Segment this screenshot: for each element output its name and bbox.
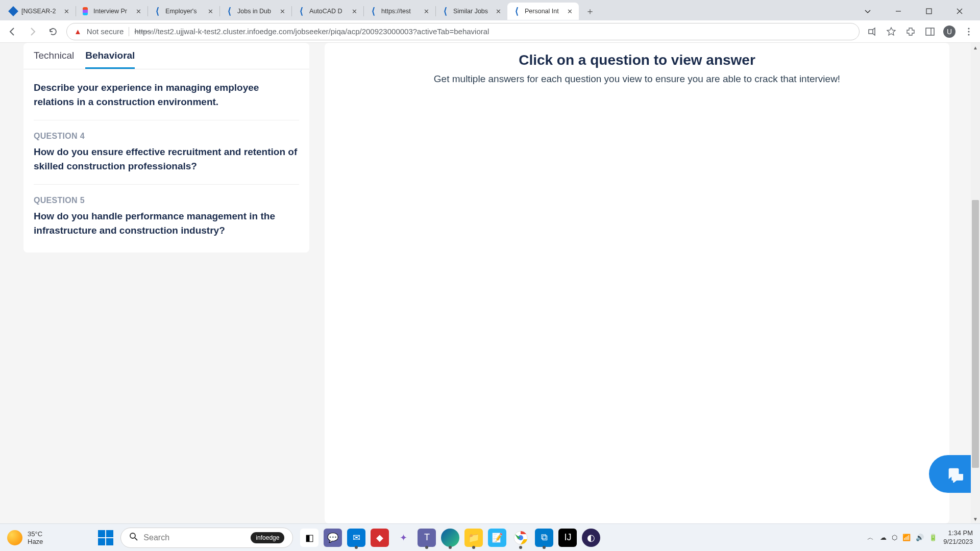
question-text: How do you ensure effective recruitment …	[34, 145, 299, 173]
chat-icon	[946, 465, 963, 483]
browser-tab-active[interactable]: ⟨ Personal Int ✕	[507, 3, 579, 20]
tab-strip: [NGSEAR-2 ✕ Interview Pr ✕ ⟨ Employer's …	[0, 0, 980, 20]
outlook-icon[interactable]: ✉	[347, 529, 365, 547]
site-icon: ⟨	[153, 7, 161, 15]
tray-app-icon[interactable]: ⬡	[892, 534, 897, 541]
explorer-icon[interactable]: 📁	[464, 529, 483, 547]
svg-point-6	[968, 34, 969, 35]
scroll-up-icon[interactable]: ▲	[971, 43, 980, 52]
chrome-icon[interactable]	[511, 529, 530, 547]
close-icon[interactable]: ✕	[206, 7, 214, 15]
url-text: https://test2.ujjwal-k-test2.cluster.inf…	[134, 27, 489, 36]
tab-title: [NGSEAR-2	[21, 8, 58, 15]
svg-point-7	[130, 533, 135, 538]
search-suffix-badge: infoedge	[251, 532, 284, 543]
close-icon[interactable]: ✕	[566, 7, 574, 15]
profile-avatar[interactable]: U	[943, 26, 955, 38]
sidepanel-icon[interactable]	[924, 26, 936, 38]
browser-tab[interactable]: [NGSEAR-2 ✕	[4, 3, 76, 20]
minimize-icon[interactable]	[888, 4, 909, 19]
svg-point-5	[968, 31, 969, 32]
close-icon[interactable]: ✕	[278, 7, 286, 15]
share-icon[interactable]	[866, 26, 878, 38]
browser-tab[interactable]: ⟨ AutoCAD D ✕	[292, 3, 363, 20]
menu-icon[interactable]	[963, 26, 975, 38]
weather-temp: 35°C	[28, 530, 43, 538]
vertical-scrollbar[interactable]: ▲ ▼	[971, 43, 980, 523]
window-close-icon[interactable]	[949, 4, 970, 19]
app-icon[interactable]: ◆	[371, 529, 389, 547]
notepad-icon[interactable]: 📝	[488, 529, 506, 547]
browser-tab[interactable]: Interview Pr ✕	[76, 3, 148, 20]
site-icon: ⟨	[369, 7, 377, 15]
question-item[interactable]: QUESTION 5 How do you handle performance…	[34, 185, 299, 253]
tab-title: Interview Pr	[93, 8, 130, 15]
wifi-icon[interactable]: 📶	[902, 534, 911, 541]
date-text: 9/21/2023	[943, 538, 973, 546]
tab-title: AutoCAD D	[309, 8, 346, 15]
separator	[129, 27, 129, 36]
extensions-icon[interactable]	[904, 26, 917, 38]
scroll-down-icon[interactable]: ▼	[971, 514, 980, 523]
bookmark-icon[interactable]	[885, 26, 897, 38]
weather-cond: Haze	[28, 538, 43, 545]
search-icon	[129, 532, 138, 543]
svg-line-8	[135, 538, 137, 540]
volume-icon[interactable]: 🔊	[916, 534, 924, 541]
close-icon[interactable]: ✕	[134, 7, 142, 15]
scroll-track[interactable]	[971, 52, 980, 514]
intellij-icon[interactable]: IJ	[558, 529, 577, 547]
question-text: How do you handle performance management…	[34, 209, 299, 237]
address-bar[interactable]: ▲ Not secure https://test2.ujjwal-k-test…	[66, 23, 860, 40]
question-panel: Technical Behavioral Describe your exper…	[23, 43, 309, 253]
time-text: 1:34 PM	[943, 529, 973, 537]
close-icon[interactable]: ✕	[62, 7, 70, 15]
weather-widget[interactable]: 35°C Haze	[7, 530, 43, 545]
svg-rect-1	[926, 9, 932, 14]
close-icon[interactable]: ✕	[494, 7, 502, 15]
chevron-up-icon[interactable]: ︿	[867, 533, 874, 542]
question-item[interactable]: QUESTION 4 How do you ensure effective r…	[34, 120, 299, 185]
onedrive-icon[interactable]: ☁	[880, 534, 887, 541]
chat-app-icon[interactable]: 💬	[324, 529, 342, 547]
question-label: QUESTION 5	[34, 196, 299, 205]
taskview-icon[interactable]: ◧	[300, 529, 318, 547]
tab-behavioral[interactable]: Behavioral	[85, 50, 135, 69]
battery-icon[interactable]: 🔋	[929, 534, 937, 541]
browser-tab[interactable]: ⟨ Jobs in Dub ✕	[220, 3, 291, 20]
tab-technical[interactable]: Technical	[34, 50, 74, 69]
reload-button[interactable]	[46, 24, 60, 39]
app-icon[interactable]: ✦	[394, 529, 412, 547]
close-icon[interactable]: ✕	[350, 7, 358, 15]
eclipse-icon[interactable]: ◐	[582, 529, 600, 547]
answer-panel: Click on a question to view answer Get m…	[325, 43, 949, 523]
vscode-icon[interactable]: ⧉	[535, 529, 553, 547]
tab-search-icon[interactable]	[857, 4, 878, 19]
security-status: Not secure	[87, 27, 124, 36]
browser-tab[interactable]: ⟨ Employer's ✕	[148, 3, 219, 20]
taskbar-search[interactable]: infoedge	[120, 528, 293, 548]
start-button[interactable]	[98, 530, 113, 545]
svg-point-4	[968, 28, 969, 29]
back-button[interactable]	[5, 24, 19, 39]
sun-icon	[7, 530, 22, 545]
teams-icon[interactable]: T	[418, 529, 436, 547]
question-item[interactable]: Describe your experience in managing emp…	[34, 69, 299, 120]
tab-title: Employer's	[165, 8, 202, 15]
browser-toolbar: ▲ Not secure https://test2.ujjwal-k-test…	[0, 20, 980, 43]
taskbar-search-input[interactable]	[143, 533, 246, 542]
scroll-thumb[interactable]	[972, 200, 979, 468]
close-icon[interactable]: ✕	[422, 7, 430, 15]
browser-tab[interactable]: ⟨ Similar Jobs ✕	[436, 3, 507, 20]
edge-icon[interactable]	[441, 529, 459, 547]
warning-icon: ▲	[74, 27, 82, 36]
maximize-icon[interactable]	[919, 4, 939, 19]
tab-title: Jobs in Dub	[237, 8, 274, 15]
forward-button[interactable]	[26, 24, 40, 39]
site-icon: ⟨	[225, 7, 233, 15]
system-clock[interactable]: 1:34 PM 9/21/2023	[943, 529, 973, 546]
tab-title: Personal Int	[525, 8, 561, 15]
svg-rect-2	[926, 28, 934, 35]
new-tab-button[interactable]: ＋	[583, 4, 597, 18]
browser-tab[interactable]: ⟨ https://test ✕	[364, 3, 435, 20]
